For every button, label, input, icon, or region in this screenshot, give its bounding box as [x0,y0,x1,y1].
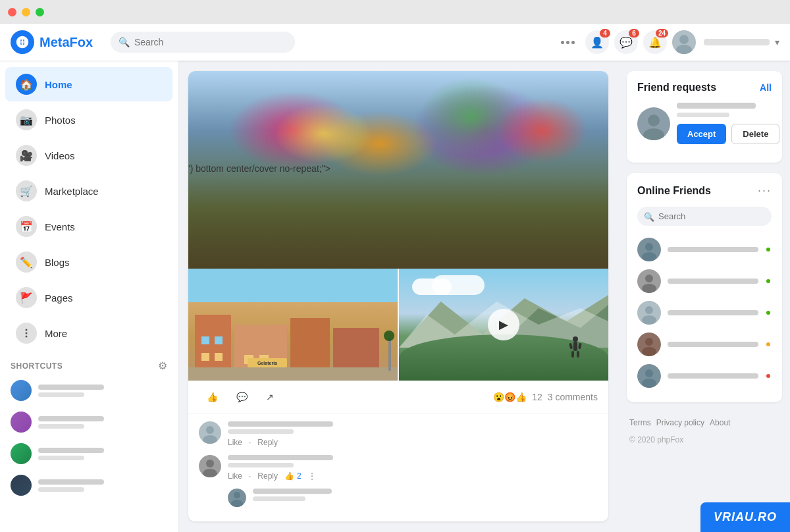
online-friend-name-3 [668,310,758,315]
online-friend-5[interactable] [637,360,772,392]
titlebar [0,0,790,24]
svg-point-35 [645,306,653,314]
shortcut-item-3[interactable] [0,438,178,469]
friend-requests-all-link[interactable]: All [760,82,772,93]
about-link[interactable]: About [710,418,730,427]
comment-button[interactable]: 💬 [228,388,255,406]
messages-button[interactable]: 💬 6 [614,30,638,54]
comment-icon: 💬 [236,392,248,402]
share-button[interactable]: ↗ [258,388,282,406]
comment-like-button-2[interactable]: Like [228,471,242,481]
home-icon: 🏠 [16,74,37,95]
pages-icon: 🚩 [16,287,37,308]
blogs-icon: ✏️ [16,252,37,273]
comment-meta-1: Like · Reply [228,438,598,447]
shortcut-name-line-4 [38,479,104,485]
shortcuts-gear-icon[interactable]: ⚙ [158,359,167,372]
footer-links: Terms Privacy policy About [627,413,782,433]
maximize-button[interactable] [36,8,44,16]
privacy-link[interactable]: Privacy policy [656,418,704,427]
sidebar-item-home[interactable]: 🏠 Home [5,67,172,101]
videos-icon: 🎥 [16,145,37,166]
sidebar-label-pages: Pages [45,292,73,304]
svg-point-0 [20,40,24,44]
sidebar-item-more[interactable]: More [5,316,172,350]
online-friends-dots[interactable]: ··· [758,184,772,198]
friend-requests-title: Friend requests [637,82,716,93]
svg-rect-15 [578,343,582,350]
close-button[interactable] [8,8,16,16]
svg-point-6 [26,336,28,338]
online-friend-name-1 [668,247,758,252]
reply-indent [228,489,598,507]
shortcut-item-2[interactable] [0,406,178,438]
sidebar: 🏠 Home 📷 Photos 🎥 Videos 🛒 Marketplace 📅… [0,61,178,532]
online-friend-avatar-4 [637,332,661,356]
logo[interactable]: MetaFox [11,30,103,54]
comment-like-button-1[interactable]: Like [228,438,242,447]
friend-requests-button[interactable]: 👤 4 [585,30,609,54]
sidebar-item-pages[interactable]: 🚩 Pages [5,280,172,315]
comment-reaction-2: 👍 2 [284,471,302,481]
user-avatar[interactable] [672,30,696,54]
reaction-count: 12 [532,392,542,402]
comment-item-1: Like · Reply [199,421,598,447]
dropdown-arrow-icon[interactable]: ▾ [775,37,779,47]
shortcut-sub-line-1 [38,392,84,397]
events-icon: 📅 [16,216,37,237]
online-status-dot-3 [765,309,772,316]
shortcut-avatar-4 [11,475,32,496]
comment-count[interactable]: 3 comments [548,392,598,402]
main-feed: ') bottom center/cover no-repeat;"> [178,61,619,532]
online-friend-1[interactable] [637,234,772,265]
notifications-badge: 24 [656,29,668,38]
sidebar-item-videos[interactable]: 🎥 Videos [5,138,172,173]
svg-rect-11 [573,342,577,351]
post-image-street: Gelateria [188,269,398,381]
sidebar-item-events[interactable]: 📅 Events [5,209,172,244]
online-friend-2[interactable] [637,265,772,297]
svg-point-10 [573,336,578,342]
online-friend-avatar-3 [637,301,661,325]
comment-reply-button-1[interactable]: Reply [257,438,278,447]
header-actions: 👤 4 💬 6 🔔 24 ▾ [556,30,779,54]
svg-point-32 [645,275,653,282]
friend-request-item: Accept Delete [637,103,772,144]
reaction-icons: 😮😡👍 [493,392,527,402]
delete-button[interactable]: Delete [731,124,779,144]
sidebar-item-photos[interactable]: 📷 Photos [5,103,172,137]
post-actions: 👍 💬 ↗ 😮😡👍 12 3 comments [188,381,608,413]
fr-name-line [677,103,756,109]
svg-point-17 [206,426,214,434]
comment-dots-2[interactable]: ⋮ [308,471,316,481]
post-image-mountain[interactable]: ▶ [399,269,608,381]
like-icon: 👍 [207,392,218,402]
search-bar: 🔍 [111,32,295,53]
notifications-button[interactable]: 🔔 24 [643,30,667,54]
like-button[interactable]: 👍 [199,388,226,406]
online-friend-4[interactable] [637,329,772,360]
sidebar-item-marketplace[interactable]: 🛒 Marketplace [5,174,172,208]
minimize-button[interactable] [22,8,30,16]
terms-link[interactable]: Terms [629,418,651,427]
svg-rect-13 [577,351,579,358]
online-friend-avatar-5 [637,364,661,388]
online-search-input[interactable] [637,207,772,226]
svg-rect-14 [569,343,573,350]
online-friend-avatar-2 [637,269,661,293]
comment-text-line4 [228,463,294,467]
sidebar-item-blogs[interactable]: ✏️ Blogs [5,245,172,279]
search-input[interactable] [111,32,295,53]
comment-reply-button-2[interactable]: Reply [257,471,278,481]
comment-meta-2: Like · Reply 👍 2 ⋮ [228,471,598,481]
more-options-button[interactable] [556,36,580,49]
online-friend-3[interactable] [637,297,772,329]
svg-point-2 [679,35,689,44]
shortcut-item-4[interactable] [0,469,178,501]
online-status-dot-2 [765,278,772,284]
shortcut-item-1[interactable] [0,375,178,406]
nested-reply-avatar [228,489,246,507]
play-button[interactable]: ▶ [488,309,519,340]
accept-button[interactable]: Accept [677,124,726,144]
svg-point-41 [645,369,653,377]
